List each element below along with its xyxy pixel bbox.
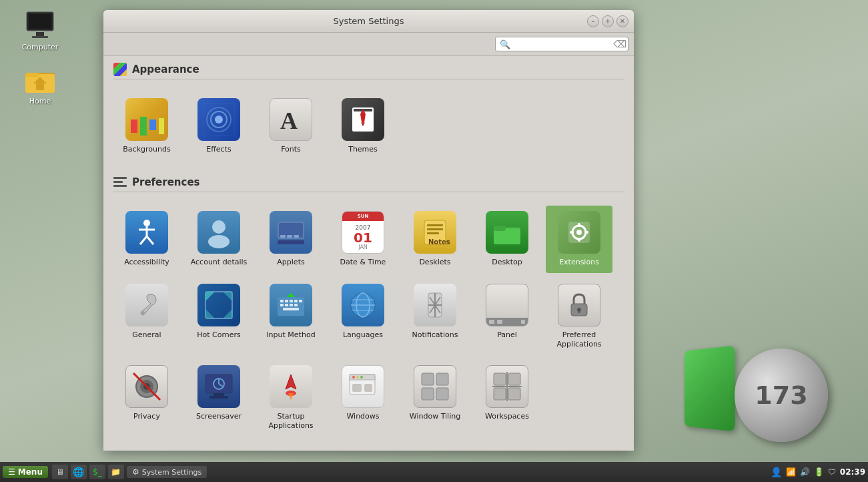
svg-rect-6 [25,73,39,77]
svg-marker-49 [223,292,232,301]
svg-point-46 [141,311,145,315]
grid-item-windows[interactable]: Windows [330,360,396,437]
general-icon [125,284,168,326]
grid-item-datetime[interactable]: SUN 2007 01 JAN Date & Time [330,206,396,272]
title-bar: System Settings – + ✕ [103,10,634,33]
grid-item-desktop[interactable]: Desktop [474,206,540,272]
themes-label: Themes [348,145,378,154]
svg-line-21 [140,236,147,244]
grid-item-accessibility[interactable]: Accessibility [113,206,180,272]
taskbar: ☰ Menu 🖥 🌐 $_ 📁 ⚙ System Settings 👤 📶 🔊 … [0,462,868,482]
desklets-icon: Notes [414,211,456,254]
hotcorners-label: Hot Corners [197,330,241,340]
search-bar: 🔍 ⌫ [103,33,634,56]
account-icon [197,211,240,254]
search-wrap: 🔍 ⌫ [495,37,628,51]
svg-rect-38 [494,226,506,231]
close-button[interactable]: ✕ [616,15,628,27]
grid-item-backgrounds[interactable]: Backgrounds [113,93,180,160]
svg-rect-103 [508,373,520,385]
grid-item-applets[interactable]: Applets [258,206,324,272]
grid-item-fonts[interactable]: A Fonts [258,93,324,160]
notifications-label: Notifications [412,330,458,340]
grid-item-inputmethod[interactable]: Input Method [258,278,324,355]
svg-rect-33 [427,228,443,230]
svg-rect-30 [278,240,304,244]
grid-item-panel[interactable]: Panel [474,278,540,355]
taskbar-terminal-button[interactable]: $_ [89,465,105,479]
preferred-label: Preferred Applications [548,330,610,350]
languages-label: Languages [343,330,383,340]
extensions-label: Extensions [559,258,599,267]
grid-item-windowtiling[interactable]: Window Tiling [402,360,468,437]
grid-item-themes[interactable]: Themes [330,93,396,160]
grid-item-extensions[interactable]: Extensions [546,206,612,272]
preferred-icon [558,284,600,326]
taskbar-app-settings[interactable]: ⚙ System Settings [127,466,207,478]
grid-item-desklets[interactable]: Notes Desklets [402,206,468,272]
extensions-icon [558,211,600,254]
privacy-label: Privacy [133,412,160,421]
svg-rect-60 [290,304,293,306]
svg-point-94 [356,376,359,379]
desktop-icon-home[interactable]: Home [13,61,67,108]
windows-icon [342,365,384,408]
taskbar-system-tray: 👤 📶 🔊 🔋 🛡 02:39 [771,467,865,477]
svg-rect-61 [294,304,298,306]
appearance-section-icon [113,63,127,76]
svg-rect-62 [283,308,299,310]
windows-label: Windows [346,412,379,421]
datetime-icon: SUN 2007 01 JAN [342,211,384,254]
grid-item-screensaver[interactable]: Screensaver [185,360,252,437]
svg-rect-1 [28,13,52,29]
svg-point-41 [576,230,582,235]
svg-marker-50 [205,309,215,318]
startup-label: Startup Applications [260,412,322,431]
settings-window: System Settings – + ✕ 🔍 ⌫ Appearance [103,10,634,451]
grid-item-notifications[interactable]: Notifications [402,278,468,355]
grid-item-startup[interactable]: Startup Applications [258,360,324,437]
svg-rect-53 [280,300,284,302]
taskbar-show-desktop[interactable]: 🖥 [52,465,68,479]
svg-rect-55 [290,300,293,302]
desktop-icon-item [486,211,528,254]
svg-rect-76 [578,310,580,313]
screensaver-label: Screensaver [196,412,242,421]
languages-icon [342,284,384,326]
taskbar-browser-button[interactable]: 🌐 [71,465,87,479]
grid-item-effects[interactable]: Effects [185,93,252,160]
taskbar-menu-button[interactable]: ☰ Menu [3,466,48,478]
settings-app-icon: ⚙ [132,467,139,477]
grid-item-privacy[interactable]: Privacy [113,360,180,437]
svg-rect-56 [294,300,298,302]
grid-item-preferred[interactable]: Preferred Applications [546,278,612,355]
grid-item-account[interactable]: Account details [185,206,252,272]
svg-rect-42 [578,223,580,227]
taskbar-clock: 02:39 [840,467,865,477]
svg-rect-2 [36,32,44,36]
search-icon: 🔍 [500,39,510,49]
minimize-button[interactable]: – [587,15,599,27]
svg-marker-51 [223,309,232,318]
panel-label: Panel [497,330,517,340]
grid-item-workspaces[interactable]: Workspaces [474,360,540,437]
fonts-icon: A [270,98,312,141]
maximize-button[interactable]: + [602,15,614,27]
grid-item-languages[interactable]: Languages [330,278,396,355]
taskbar-files-button[interactable]: 📁 [108,465,124,479]
svg-rect-27 [280,235,286,238]
svg-rect-97 [364,384,372,392]
effects-icon [197,98,240,141]
search-input[interactable] [513,39,613,49]
grid-item-general[interactable]: General [113,278,180,355]
svg-marker-89 [288,393,294,400]
applets-label: Applets [277,258,304,267]
grid-item-hotcorners[interactable]: Hot Corners [185,278,252,355]
desktop-decoration-coin: 173 [735,348,828,442]
home-icon-label: Home [29,97,51,105]
svg-text:A: A [280,107,298,134]
svg-rect-86 [209,396,228,399]
search-clear-button[interactable]: ⌫ [613,39,626,49]
svg-rect-105 [508,388,520,400]
desktop-icon-computer[interactable]: Computer [13,7,67,54]
